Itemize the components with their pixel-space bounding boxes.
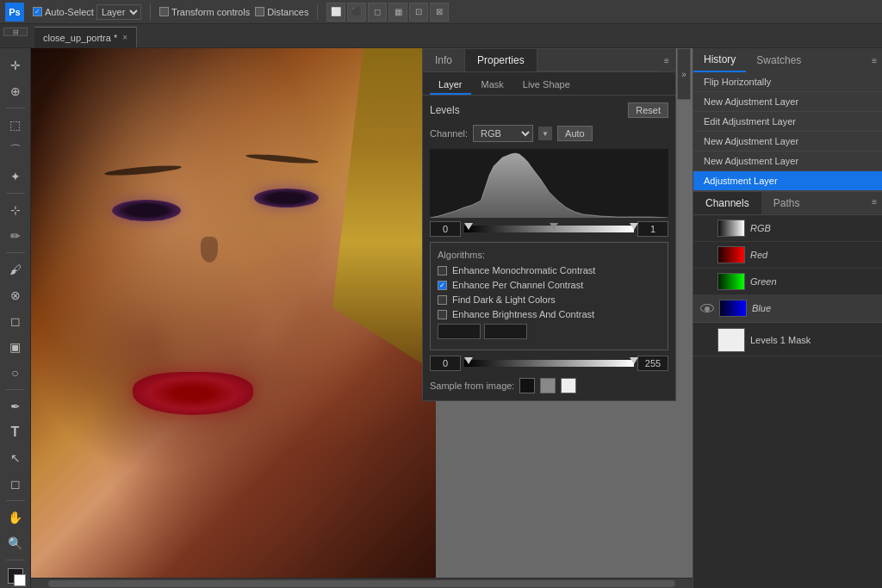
channels-section: Channels Paths ≡ RGB Red Green (693, 192, 882, 322)
tool-sep-4 (6, 389, 25, 390)
transform-controls-group[interactable]: Transform controls (159, 7, 250, 17)
input-high-value[interactable]: 1 (637, 221, 668, 237)
auto-select-group[interactable]: ✓ Auto-Select Layer (33, 4, 141, 20)
scrollbar-thumb[interactable] (48, 580, 675, 587)
dodge-tool[interactable]: ○ (3, 361, 28, 385)
history-item-3[interactable]: New Adjustment Layer (693, 132, 882, 152)
tab-paths[interactable]: Paths (761, 192, 812, 214)
sample-dark-swatch[interactable] (519, 378, 535, 393)
artboard-tool[interactable]: ⊕ (3, 79, 28, 103)
levels-label: Levels (430, 104, 460, 116)
sub-tab-live-shape[interactable]: Live Shape (514, 76, 579, 95)
algo-checkbox-4[interactable] (438, 310, 447, 319)
algo-option-3[interactable]: Find Dark & Light Colors (438, 294, 661, 305)
align-tools: ⬜ ⬛ ◻ ▦ ⊡ ⊠ (326, 3, 449, 22)
magic-wand-tool[interactable]: ✦ (3, 164, 28, 189)
align-center-icon[interactable]: ⬛ (347, 3, 366, 22)
channel-select[interactable]: RGB (473, 125, 533, 142)
transform-checkbox[interactable] (159, 7, 169, 16)
algo-checkbox-2[interactable]: ✓ (438, 281, 447, 290)
align-bottom-icon[interactable]: ⊠ (430, 3, 449, 22)
channel-item-green[interactable]: Green (693, 269, 882, 295)
type-tool[interactable]: T (3, 420, 28, 444)
lasso-tool[interactable]: ⌒ (3, 139, 28, 163)
channel-item-blue[interactable]: Blue (693, 295, 882, 322)
tab-channels[interactable]: Channels (693, 192, 761, 214)
output-thumb-right[interactable] (630, 357, 638, 364)
channel-item-red[interactable]: Red (693, 242, 882, 269)
eraser-tool[interactable]: ◻ (3, 309, 28, 333)
marquee-tool[interactable]: ⬚ (3, 113, 28, 137)
right-panel: History Swatches ≡ Flip Horizontally New… (693, 48, 882, 588)
sample-light-swatch[interactable] (561, 378, 576, 393)
algo-option-2[interactable]: ✓ Enhance Per Channel Contrast (438, 280, 661, 290)
pen-tool[interactable]: ✒ (3, 394, 28, 418)
eyedropper-tool[interactable]: ✏ (3, 224, 28, 248)
gradient-tool[interactable]: ▣ (3, 335, 28, 359)
separator-2 (317, 4, 318, 20)
panel-menu-icon[interactable]: ≡ (658, 49, 675, 71)
output-high-value[interactable]: 255 (637, 356, 668, 371)
distances-checkbox[interactable] (255, 7, 264, 16)
panels-toggle[interactable]: ⊟ (3, 28, 28, 36)
history-item-1[interactable]: New Adjustment Layer (693, 92, 882, 112)
foreground-color[interactable] (8, 568, 23, 584)
history-item-5[interactable]: Adjustment Layer (693, 171, 882, 191)
layer-item-mask[interactable]: Levels 1 Mask (693, 325, 882, 356)
auto-button[interactable]: Auto (557, 126, 593, 141)
input-low-value[interactable]: 0 (430, 221, 461, 237)
path-select-tool[interactable]: ↖ (3, 446, 28, 470)
crop-tool[interactable]: ⊹ (3, 198, 28, 222)
align-right-icon[interactable]: ◻ (368, 3, 387, 22)
clip-high-input[interactable]: 0.10% (484, 324, 527, 339)
shape-tool[interactable]: ◻ (3, 472, 28, 496)
output-thumb-left[interactable] (464, 357, 473, 364)
clip-low-input[interactable]: 0.10% (438, 324, 481, 339)
channel-dropdown-arrow[interactable]: ▼ (538, 127, 552, 140)
sub-tab-mask[interactable]: Mask (473, 76, 512, 95)
algo-checkbox-1[interactable] (438, 266, 447, 275)
channel-tab-bar: Channels Paths ≡ (693, 192, 882, 215)
input-slider-track[interactable] (464, 226, 634, 232)
hand-tool[interactable]: ✋ (3, 505, 28, 529)
algo-option-1[interactable]: Enhance Monochromatic Contrast (438, 265, 661, 275)
align-left-icon[interactable]: ⬜ (326, 3, 345, 22)
sub-tab-layer[interactable]: Layer (430, 76, 471, 95)
panel-collapse-arrow[interactable]: » (677, 48, 691, 100)
output-slider-track[interactable] (464, 360, 634, 367)
history-item-4[interactable]: New Adjustment Layer (693, 152, 882, 171)
zoom-tool[interactable]: 🔍 (3, 531, 28, 555)
layer-dropdown[interactable]: Layer (96, 4, 141, 20)
swatches-tab[interactable]: Swatches (746, 49, 811, 71)
history-item-2[interactable]: Edit Adjustment Layer (693, 112, 882, 132)
history-tab[interactable]: History (693, 48, 746, 72)
tab-close-button[interactable]: × (122, 33, 127, 42)
brush-tool[interactable]: 🖌 (3, 257, 28, 282)
channel-menu-icon[interactable]: ≡ (866, 192, 882, 214)
channel-item-rgb[interactable]: RGB (693, 215, 882, 242)
history-item-0[interactable]: Flip Horizontally (693, 72, 882, 92)
tab-properties[interactable]: Properties (465, 49, 537, 71)
tool-sep-6 (6, 560, 25, 560)
algo-checkbox-3[interactable] (438, 295, 447, 305)
distribute-icon[interactable]: ▦ (388, 3, 407, 22)
slider-thumb-mid[interactable] (550, 223, 558, 230)
clone-tool[interactable]: ⊗ (3, 283, 28, 307)
eye-icon-blue[interactable] (700, 304, 714, 313)
slider-thumb-right[interactable] (630, 223, 638, 230)
horizontal-scrollbar[interactable] (31, 578, 693, 588)
file-tab[interactable]: close_up_portra * × (34, 27, 137, 47)
distances-group[interactable]: Distances (255, 7, 308, 17)
align-top-icon[interactable]: ⊡ (409, 3, 428, 22)
channel-thumb-blue (719, 300, 747, 317)
reset-button[interactable]: Reset (628, 102, 668, 118)
output-low-value[interactable]: 0 (430, 356, 461, 371)
output-row: 0 255 (430, 356, 668, 371)
right-panel-menu[interactable]: ≡ (866, 51, 882, 71)
sample-mid-swatch[interactable] (540, 378, 556, 393)
move-tool[interactable]: ✛ (3, 53, 28, 77)
slider-thumb-left[interactable] (464, 223, 473, 230)
algo-option-4[interactable]: Enhance Brightness And Contrast (438, 309, 661, 319)
tab-info[interactable]: Info (423, 49, 465, 71)
auto-select-checkbox[interactable]: ✓ (33, 7, 42, 16)
